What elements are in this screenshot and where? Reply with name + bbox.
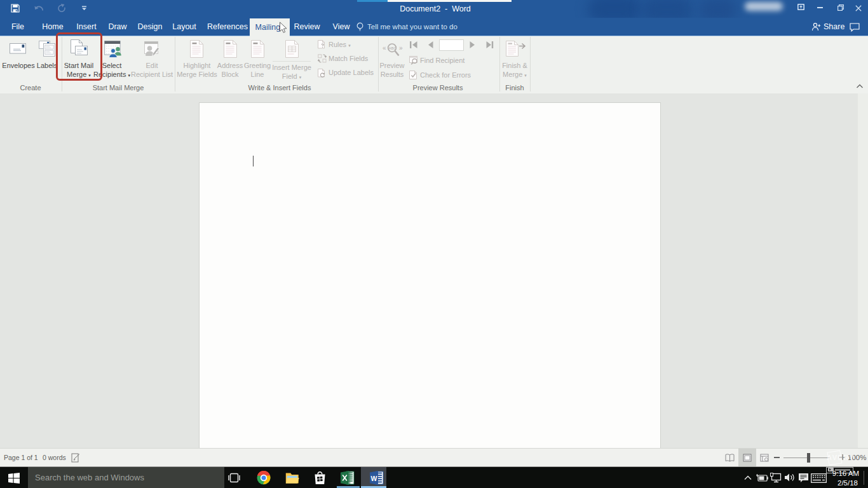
- svg-text:W: W: [371, 475, 377, 482]
- svg-text:«: «: [383, 44, 386, 51]
- svg-text:»: »: [399, 44, 403, 51]
- svg-text:ABC: ABC: [389, 46, 397, 50]
